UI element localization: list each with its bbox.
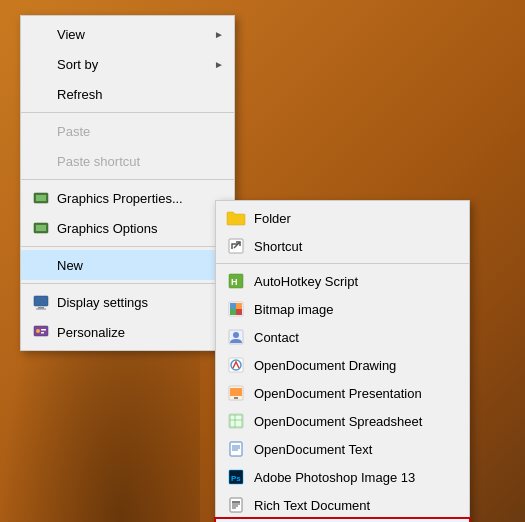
submenu-autohotkey-label: AutoHotkey Script (254, 274, 358, 289)
opendoc-spreadsheet-icon (226, 411, 246, 431)
svg-rect-9 (41, 329, 46, 331)
svg-rect-6 (36, 309, 46, 310)
submenu-folder-label: Folder (254, 211, 291, 226)
view-arrow: ► (214, 29, 224, 40)
menu-item-display-settings[interactable]: Display settings (21, 287, 234, 317)
submenu-shortcut-label: Shortcut (254, 239, 302, 254)
submenu-item-autohotkey[interactable]: H AutoHotkey Script (216, 267, 469, 295)
bitmap-icon (226, 299, 246, 319)
refresh-icon (31, 84, 51, 104)
folder-icon (226, 208, 246, 228)
refresh-label: Refresh (57, 87, 224, 102)
svg-rect-12 (230, 249, 235, 252)
svg-text:H: H (231, 277, 238, 287)
paste-shortcut-label: Paste shortcut (57, 154, 224, 169)
submenu-opendoc-drawing-label: OpenDocument Drawing (254, 358, 396, 373)
submenu-item-shortcut[interactable]: Shortcut (216, 232, 469, 260)
submenu-item-bitmap[interactable]: Bitmap image (216, 295, 469, 323)
svg-rect-26 (234, 397, 238, 399)
sort-by-label: Sort by (57, 57, 214, 72)
contact-icon (226, 327, 246, 347)
menu-item-graphics-properties[interactable]: Graphics Properties... (21, 183, 234, 213)
menu-item-paste-shortcut[interactable]: Paste shortcut (21, 146, 234, 176)
separator-3 (21, 246, 234, 247)
photoshop-icon: Ps (226, 467, 246, 487)
submenu-rich-text-label: Rich Text Document (254, 498, 370, 513)
context-menu: View ► Sort by ► Refresh Paste Paste sho… (20, 15, 235, 351)
svg-point-21 (233, 332, 239, 338)
submenu-opendoc-spreadsheet-label: OpenDocument Spreadsheet (254, 414, 422, 429)
menu-item-refresh[interactable]: Refresh (21, 79, 234, 109)
display-settings-icon (31, 292, 51, 312)
submenu-item-photoshop[interactable]: Ps Adobe Photoshop Image 13 (216, 463, 469, 491)
submenu-opendoc-text-label: OpenDocument Text (254, 442, 372, 457)
svg-rect-5 (38, 307, 44, 309)
new-label: New (57, 258, 214, 273)
menu-item-paste[interactable]: Paste (21, 116, 234, 146)
separator-1 (21, 112, 234, 113)
graphics-properties-icon (31, 188, 51, 208)
separator-4 (21, 283, 234, 284)
submenu-item-rich-text[interactable]: Rich Text Document (216, 491, 469, 519)
graphics-options-label: Graphics Options (57, 221, 214, 236)
svg-rect-3 (36, 225, 46, 231)
submenu-photoshop-label: Adobe Photoshop Image 13 (254, 470, 415, 485)
menu-item-sort-by[interactable]: Sort by ► (21, 49, 234, 79)
opendoc-text-icon (226, 439, 246, 459)
svg-point-8 (36, 329, 40, 333)
autohotkey-icon: H (226, 271, 246, 291)
submenu-contact-label: Contact (254, 330, 299, 345)
submenu-sep-1 (216, 263, 469, 264)
submenu-item-contact[interactable]: Contact (216, 323, 469, 351)
submenu-opendoc-presentation-label: OpenDocument Presentation (254, 386, 422, 401)
svg-rect-31 (230, 442, 242, 456)
submenu-item-opendoc-drawing[interactable]: OpenDocument Drawing (216, 351, 469, 379)
submenu-item-opendoc-presentation[interactable]: OpenDocument Presentation (216, 379, 469, 407)
graphics-properties-label: Graphics Properties... (57, 191, 224, 206)
submenu-item-folder[interactable]: Folder (216, 204, 469, 232)
new-icon (31, 255, 51, 275)
svg-rect-25 (230, 388, 242, 396)
submenu-item-opendoc-spreadsheet[interactable]: OpenDocument Spreadsheet (216, 407, 469, 435)
svg-rect-27 (229, 414, 243, 428)
rich-text-icon (226, 495, 246, 515)
svg-rect-16 (230, 303, 236, 309)
menu-item-graphics-options[interactable]: Graphics Options ► (21, 213, 234, 243)
svg-rect-17 (236, 303, 242, 309)
svg-rect-1 (36, 195, 46, 201)
opendoc-presentation-icon (226, 383, 246, 403)
svg-rect-37 (230, 498, 242, 512)
svg-rect-10 (41, 332, 44, 334)
personalize-label: Personalize (57, 325, 224, 340)
opendoc-drawing-icon (226, 355, 246, 375)
svg-rect-19 (236, 309, 242, 315)
paste-label: Paste (57, 124, 224, 139)
svg-text:Ps: Ps (231, 474, 241, 483)
display-settings-label: Display settings (57, 295, 224, 310)
view-icon (31, 24, 51, 44)
new-submenu: Folder Shortcut H AutoHotkey Script Bitm… (215, 200, 470, 522)
sort-by-icon (31, 54, 51, 74)
paste-shortcut-icon (31, 151, 51, 171)
menu-item-personalize[interactable]: Personalize (21, 317, 234, 347)
submenu-item-opendoc-text[interactable]: OpenDocument Text (216, 435, 469, 463)
separator-2 (21, 179, 234, 180)
svg-rect-4 (34, 296, 48, 306)
paste-icon (31, 121, 51, 141)
view-label: View (57, 27, 214, 42)
sort-by-arrow: ► (214, 59, 224, 70)
svg-rect-18 (230, 309, 236, 315)
graphics-options-icon (31, 218, 51, 238)
menu-item-new[interactable]: New ► (21, 250, 234, 280)
menu-item-view[interactable]: View ► (21, 19, 234, 49)
submenu-bitmap-label: Bitmap image (254, 302, 333, 317)
shortcut-icon (226, 236, 246, 256)
personalize-icon (31, 322, 51, 342)
